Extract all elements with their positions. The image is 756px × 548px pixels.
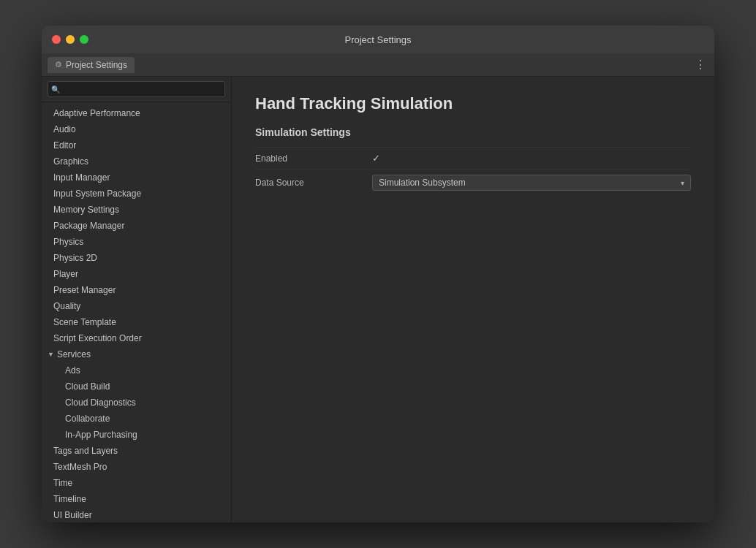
sidebar-item-audio[interactable]: Audio [42,121,231,137]
sidebar-item-ui-builder[interactable]: UI Builder [42,507,231,522]
sidebar: Adaptive Performance Audio Editor Graphi… [42,77,232,522]
sidebar-section-services[interactable]: ▼ Services [42,346,231,362]
search-bar [42,77,231,102]
more-tabs-button[interactable]: ⋮ [695,58,707,72]
sidebar-item-input-manager[interactable]: Input Manager [42,170,231,186]
tab-label: Project Settings [66,60,127,70]
sidebar-item-physics-2d[interactable]: Physics 2D [42,250,231,266]
sidebar-item-scene-template[interactable]: Scene Template [42,314,231,330]
project-settings-tab[interactable]: ⚙ Project Settings [48,57,135,73]
sidebar-item-tags-and-layers[interactable]: Tags and Layers [42,443,231,459]
sidebar-item-script-execution-order[interactable]: Script Execution Order [42,330,231,346]
sidebar-item-adaptive-performance[interactable]: Adaptive Performance [42,105,231,121]
data-source-label: Data Source [255,178,372,188]
right-panel: Hand Tracking Simulation Simulation Sett… [232,77,714,522]
data-source-value: Simulation Subsystem ▾ [372,175,691,191]
tab-bar: ⚙ Project Settings ⋮ [42,53,714,77]
main-window: Project Settings ⚙ Project Settings ⋮ Ad… [42,26,714,522]
enabled-label: Enabled [255,153,372,164]
close-button[interactable] [52,35,61,44]
sidebar-item-input-system-package[interactable]: Input System Package [42,186,231,202]
sidebar-item-preset-manager[interactable]: Preset Manager [42,282,231,298]
sidebar-item-quality[interactable]: Quality [42,298,231,314]
title-bar: Project Settings [42,26,714,53]
sidebar-item-collaborate[interactable]: Collaborate [42,411,231,427]
data-source-dropdown[interactable]: Simulation Subsystem ▾ [372,175,691,191]
sidebar-item-textmesh-pro[interactable]: TextMesh Pro [42,459,231,475]
sidebar-item-graphics[interactable]: Graphics [42,153,231,170]
sidebar-item-memory-settings[interactable]: Memory Settings [42,202,231,218]
search-wrapper [48,81,225,97]
fullscreen-button[interactable] [80,35,88,44]
services-label: Services [57,349,91,359]
search-input[interactable] [48,81,225,97]
sidebar-item-timeline[interactable]: Timeline [42,491,231,507]
sidebar-item-time[interactable]: Time [42,475,231,491]
settings-icon: ⚙ [55,60,62,69]
services-arrow: ▼ [48,351,54,358]
enabled-value: ✓ [372,153,691,164]
minimize-button[interactable] [66,35,75,44]
sidebar-list: Adaptive Performance Audio Editor Graphi… [42,102,231,522]
sidebar-item-ads[interactable]: Ads [42,362,231,378]
sidebar-item-cloud-diagnostics[interactable]: Cloud Diagnostics [42,395,231,411]
enabled-row: Enabled ✓ [255,147,691,169]
enabled-checkmark: ✓ [372,153,380,164]
window-title: Project Settings [344,34,411,45]
sidebar-item-in-app-purchasing[interactable]: In-App Purchasing [42,427,231,443]
main-content: Adaptive Performance Audio Editor Graphi… [42,77,714,522]
sidebar-item-cloud-build[interactable]: Cloud Build [42,378,231,395]
simulation-settings-title: Simulation Settings [255,126,691,138]
data-source-row: Data Source Simulation Subsystem ▾ [255,169,691,196]
sidebar-item-package-manager[interactable]: Package Manager [42,218,231,234]
panel-title: Hand Tracking Simulation [255,94,691,113]
sidebar-item-editor[interactable]: Editor [42,137,231,153]
dropdown-arrow-icon: ▾ [681,179,684,187]
dropdown-selected-value: Simulation Subsystem [379,178,466,188]
sidebar-item-physics[interactable]: Physics [42,234,231,250]
sidebar-item-player[interactable]: Player [42,266,231,282]
traffic-lights [52,35,88,44]
